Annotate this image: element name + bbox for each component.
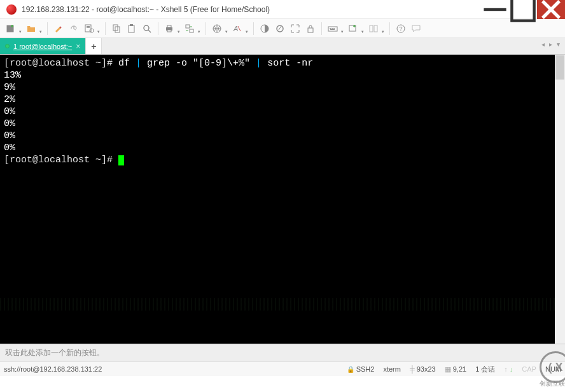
svg-text:A: A — [233, 25, 238, 32]
keyboard-button[interactable] — [326, 22, 345, 36]
button-bar-hint: 双击此处添加一个新的按钮。 — [5, 347, 104, 358]
status-connection: ssh://root@192.168.238.131:22 — [4, 365, 102, 373]
svg-rect-21 — [308, 28, 313, 32]
status-term: xterm — [383, 365, 401, 373]
svg-rect-25 — [333, 28, 335, 29]
find-button[interactable] — [140, 22, 154, 36]
vertical-scrollbar[interactable] — [555, 55, 565, 344]
transfer-button[interactable] — [183, 22, 202, 36]
output-line: 0% — [4, 130, 15, 141]
chat-button[interactable] — [409, 22, 423, 36]
svg-point-6 — [90, 29, 94, 32]
app-logo-icon — [6, 4, 17, 15]
separator — [105, 22, 106, 35]
separator — [389, 22, 390, 35]
cursor-button[interactable] — [273, 22, 287, 36]
paste-button[interactable] — [125, 22, 139, 36]
open-session-button[interactable] — [24, 22, 43, 36]
svg-rect-4 — [87, 26, 90, 27]
connected-icon — [5, 44, 10, 48]
new-session-button[interactable] — [4, 22, 23, 36]
window-title: 192.168.238.131:22 - root@localhost:~ - … — [22, 5, 481, 14]
cursor-icon — [118, 155, 124, 165]
separator — [253, 22, 254, 35]
status-size: ╪ 93x23 — [410, 365, 436, 373]
watermark-text: 创新互联 — [540, 379, 565, 388]
minimize-button[interactable] — [481, 0, 509, 19]
svg-rect-9 — [129, 25, 134, 32]
terminal-output[interactable]: [root@localhost ~]# df | grep -o "[0-9]\… — [0, 55, 565, 169]
maximize-button[interactable] — [509, 0, 537, 19]
lock-button[interactable] — [303, 22, 317, 36]
highlight-button[interactable] — [52, 22, 66, 36]
output-line: 2% — [4, 94, 15, 105]
prompt: [root@localhost ~]# — [4, 58, 113, 69]
tab-strip: 1 root@localhost:~ × + ◂ ▸ ▾ — [0, 38, 565, 55]
color-scheme-button[interactable] — [258, 22, 272, 36]
output-line: 0% — [4, 118, 15, 129]
help-button[interactable]: ? — [394, 22, 408, 36]
status-caps: CAP — [522, 365, 536, 373]
svg-rect-14 — [167, 30, 171, 32]
separator — [321, 22, 322, 35]
svg-text:?: ? — [400, 25, 403, 32]
reconnect-button[interactable] — [67, 22, 81, 36]
quick-button-bar[interactable]: 双击此处添加一个新的按钮。 — [0, 344, 565, 362]
svg-rect-22 — [328, 27, 337, 31]
terminal-pane[interactable]: [root@localhost ~]# df | grep -o "[0-9]\… — [0, 55, 565, 344]
new-window-button[interactable] — [346, 22, 365, 36]
cmd-text: df — [118, 58, 136, 69]
status-num: NUM — [545, 365, 561, 373]
status-sessions: 1 会话 — [475, 365, 495, 374]
status-traffic: ↑ ↓ — [504, 365, 513, 373]
titlebar: 192.168.238.131:22 - root@localhost:~ - … — [0, 0, 565, 19]
copy-button[interactable] — [109, 22, 123, 36]
svg-rect-15 — [186, 25, 190, 28]
layout-button[interactable] — [366, 22, 386, 36]
svg-rect-24 — [331, 28, 333, 29]
svg-rect-13 — [167, 25, 171, 27]
svg-point-11 — [144, 25, 149, 31]
tab-add-button[interactable]: + — [86, 38, 102, 54]
properties-button[interactable] — [82, 22, 101, 36]
svg-rect-29 — [374, 25, 377, 32]
separator — [206, 22, 206, 35]
separator — [47, 22, 48, 35]
tab-session-1[interactable]: 1 root@localhost:~ × — [0, 38, 86, 54]
tab-label: 1 root@localhost:~ — [13, 43, 72, 50]
svg-rect-5 — [87, 27, 90, 28]
separator — [158, 22, 158, 35]
font-button[interactable]: A — [230, 22, 249, 36]
svg-rect-10 — [130, 24, 133, 26]
pipe-char: | — [136, 58, 141, 69]
tab-nav[interactable]: ◂ ▸ ▾ — [541, 41, 561, 48]
output-line: 9% — [4, 82, 15, 93]
status-bar: ssh://root@192.168.238.131:22 SSH2 xterm… — [0, 362, 565, 376]
output-line: 0% — [4, 143, 15, 153]
fullscreen-button[interactable] — [288, 22, 302, 36]
toolbar: A ? — [0, 19, 565, 38]
status-ssh: SSH2 — [347, 365, 375, 373]
svg-rect-0 — [484, 8, 506, 10]
cmd-text: sort -nr — [262, 58, 313, 69]
svg-rect-26 — [330, 29, 335, 30]
tab-close-icon[interactable]: × — [76, 42, 80, 51]
audio-wave-decor — [0, 298, 555, 311]
svg-rect-3 — [85, 25, 91, 32]
pipe-char: | — [256, 58, 262, 69]
svg-rect-23 — [330, 28, 331, 29]
svg-rect-16 — [190, 29, 193, 32]
svg-rect-1 — [512, 0, 534, 20]
close-button[interactable] — [537, 0, 565, 19]
output-line: 0% — [4, 106, 15, 117]
svg-point-20 — [277, 25, 283, 32]
scrollbar-thumb[interactable] — [555, 55, 564, 80]
web-button[interactable] — [210, 22, 229, 36]
status-cursor: ▦ 9,21 — [445, 365, 466, 374]
print-button[interactable] — [162, 22, 181, 36]
prompt: [root@localhost ~]# — [4, 155, 113, 165]
cmd-text: grep -o "[0-9]\+%" — [141, 58, 256, 69]
svg-rect-28 — [370, 25, 373, 32]
output-line: 13% — [4, 70, 21, 81]
